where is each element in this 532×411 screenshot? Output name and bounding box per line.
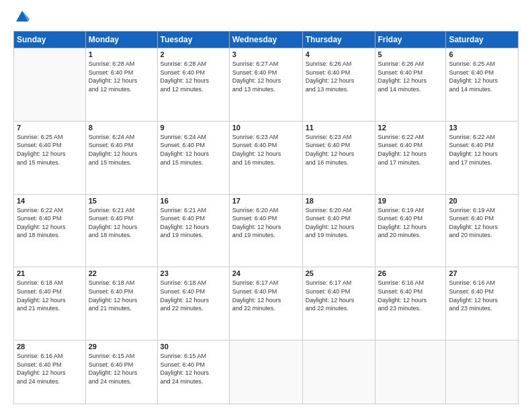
- day-cell: 25Sunrise: 6:17 AM Sunset: 6:40 PM Dayli…: [302, 267, 375, 340]
- day-cell: 19Sunrise: 6:19 AM Sunset: 6:40 PM Dayli…: [375, 194, 446, 267]
- day-number: 5: [378, 50, 443, 58]
- day-info: Sunrise: 6:25 AM Sunset: 6:40 PM Dayligh…: [449, 60, 515, 93]
- day-info: Sunrise: 6:20 AM Sunset: 6:40 PM Dayligh…: [232, 206, 300, 240]
- day-cell: 9Sunrise: 6:24 AM Sunset: 6:40 PM Daylig…: [157, 121, 229, 194]
- day-info: Sunrise: 6:20 AM Sunset: 6:40 PM Dayligh…: [306, 206, 372, 240]
- day-cell: 11Sunrise: 6:23 AM Sunset: 6:40 PM Dayli…: [302, 121, 375, 194]
- col-header-friday: Friday: [375, 32, 446, 48]
- day-info: Sunrise: 6:17 AM Sunset: 6:40 PM Dayligh…: [306, 279, 372, 312]
- day-number: 27: [449, 269, 515, 277]
- day-info: Sunrise: 6:25 AM Sunset: 6:40 PM Dayligh…: [17, 133, 83, 167]
- day-number: 16: [161, 197, 226, 205]
- day-info: Sunrise: 6:19 AM Sunset: 6:40 PM Dayligh…: [449, 206, 515, 240]
- day-cell: 14Sunrise: 6:22 AM Sunset: 6:40 PM Dayli…: [14, 194, 86, 267]
- week-row-3: 14Sunrise: 6:22 AM Sunset: 6:40 PM Dayli…: [14, 194, 519, 267]
- day-number: 29: [89, 342, 154, 351]
- week-row-5: 28Sunrise: 6:16 AM Sunset: 6:40 PM Dayli…: [14, 340, 519, 404]
- day-number: 26: [378, 269, 443, 277]
- col-header-thursday: Thursday: [302, 32, 375, 48]
- day-info: Sunrise: 6:21 AM Sunset: 6:40 PM Dayligh…: [161, 206, 226, 240]
- day-cell: [229, 340, 302, 404]
- day-number: 11: [306, 124, 372, 132]
- header: [13, 12, 519, 24]
- day-info: Sunrise: 6:19 AM Sunset: 6:40 PM Dayligh…: [378, 206, 443, 240]
- day-cell: 12Sunrise: 6:22 AM Sunset: 6:40 PM Dayli…: [375, 121, 446, 194]
- day-number: 17: [232, 197, 300, 205]
- day-cell: 18Sunrise: 6:20 AM Sunset: 6:40 PM Dayli…: [302, 194, 375, 267]
- day-number: 6: [449, 50, 515, 58]
- day-number: 8: [89, 124, 154, 132]
- day-number: 28: [17, 342, 83, 351]
- day-cell: 7Sunrise: 6:25 AM Sunset: 6:40 PM Daylig…: [14, 121, 86, 194]
- day-info: Sunrise: 6:23 AM Sunset: 6:40 PM Dayligh…: [232, 133, 300, 167]
- day-info: Sunrise: 6:18 AM Sunset: 6:40 PM Dayligh…: [89, 279, 154, 312]
- col-header-monday: Monday: [85, 32, 157, 48]
- day-info: Sunrise: 6:23 AM Sunset: 6:40 PM Dayligh…: [306, 133, 372, 167]
- day-number: 20: [449, 197, 515, 205]
- day-cell: 4Sunrise: 6:26 AM Sunset: 6:40 PM Daylig…: [302, 48, 375, 122]
- day-cell: 17Sunrise: 6:20 AM Sunset: 6:40 PM Dayli…: [229, 194, 302, 267]
- day-number: 14: [17, 197, 83, 205]
- day-cell: [375, 340, 446, 404]
- day-info: Sunrise: 6:26 AM Sunset: 6:40 PM Dayligh…: [378, 60, 443, 93]
- day-number: 10: [232, 124, 300, 132]
- day-cell: 29Sunrise: 6:15 AM Sunset: 6:40 PM Dayli…: [85, 340, 157, 404]
- col-header-sunday: Sunday: [14, 32, 86, 48]
- day-info: Sunrise: 6:15 AM Sunset: 6:40 PM Dayligh…: [89, 352, 154, 385]
- day-cell: 30Sunrise: 6:15 AM Sunset: 6:40 PM Dayli…: [157, 340, 229, 404]
- day-cell: 20Sunrise: 6:19 AM Sunset: 6:40 PM Dayli…: [446, 194, 519, 267]
- day-number: 25: [306, 269, 372, 277]
- logo-icon: [15, 9, 30, 24]
- day-number: 18: [306, 197, 372, 205]
- day-cell: 2Sunrise: 6:28 AM Sunset: 6:40 PM Daylig…: [157, 48, 229, 122]
- day-number: 15: [89, 197, 154, 205]
- day-info: Sunrise: 6:27 AM Sunset: 6:40 PM Dayligh…: [232, 60, 300, 93]
- day-cell: 24Sunrise: 6:17 AM Sunset: 6:40 PM Dayli…: [229, 267, 302, 340]
- day-number: 13: [449, 124, 515, 132]
- day-cell: 15Sunrise: 6:21 AM Sunset: 6:40 PM Dayli…: [85, 194, 157, 267]
- day-cell: [446, 340, 519, 404]
- day-cell: 5Sunrise: 6:26 AM Sunset: 6:40 PM Daylig…: [375, 48, 446, 122]
- day-info: Sunrise: 6:15 AM Sunset: 6:40 PM Dayligh…: [161, 352, 226, 385]
- day-info: Sunrise: 6:18 AM Sunset: 6:40 PM Dayligh…: [161, 279, 226, 312]
- day-info: Sunrise: 6:22 AM Sunset: 6:40 PM Dayligh…: [17, 206, 83, 240]
- calendar-table: SundayMondayTuesdayWednesdayThursdayFrid…: [13, 31, 519, 404]
- day-cell: 28Sunrise: 6:16 AM Sunset: 6:40 PM Dayli…: [14, 340, 86, 404]
- day-number: 23: [161, 269, 226, 277]
- day-number: 4: [306, 50, 372, 58]
- day-info: Sunrise: 6:21 AM Sunset: 6:40 PM Dayligh…: [89, 206, 154, 240]
- col-header-saturday: Saturday: [446, 32, 519, 48]
- day-number: 3: [232, 50, 300, 58]
- day-cell: 13Sunrise: 6:22 AM Sunset: 6:40 PM Dayli…: [446, 121, 519, 194]
- day-info: Sunrise: 6:24 AM Sunset: 6:40 PM Dayligh…: [89, 133, 154, 167]
- day-cell: [14, 48, 86, 122]
- day-number: 7: [17, 124, 83, 132]
- day-cell: 26Sunrise: 6:16 AM Sunset: 6:40 PM Dayli…: [375, 267, 446, 340]
- day-cell: 1Sunrise: 6:28 AM Sunset: 6:40 PM Daylig…: [85, 48, 157, 122]
- page: SundayMondayTuesdayWednesdayThursdayFrid…: [0, 0, 532, 411]
- day-info: Sunrise: 6:26 AM Sunset: 6:40 PM Dayligh…: [306, 60, 372, 93]
- day-cell: 21Sunrise: 6:18 AM Sunset: 6:40 PM Dayli…: [14, 267, 86, 340]
- week-row-1: 1Sunrise: 6:28 AM Sunset: 6:40 PM Daylig…: [14, 48, 519, 122]
- header-row: SundayMondayTuesdayWednesdayThursdayFrid…: [14, 32, 519, 48]
- day-number: 21: [17, 269, 83, 277]
- day-number: 19: [378, 197, 443, 205]
- day-number: 30: [161, 342, 226, 351]
- day-info: Sunrise: 6:24 AM Sunset: 6:40 PM Dayligh…: [161, 133, 226, 167]
- day-cell: 16Sunrise: 6:21 AM Sunset: 6:40 PM Dayli…: [157, 194, 229, 267]
- day-number: 9: [161, 124, 226, 132]
- day-cell: [302, 340, 375, 404]
- day-info: Sunrise: 6:16 AM Sunset: 6:40 PM Dayligh…: [449, 279, 515, 312]
- day-number: 24: [232, 269, 300, 277]
- day-info: Sunrise: 6:22 AM Sunset: 6:40 PM Dayligh…: [449, 133, 515, 167]
- day-cell: 22Sunrise: 6:18 AM Sunset: 6:40 PM Dayli…: [85, 267, 157, 340]
- day-info: Sunrise: 6:22 AM Sunset: 6:40 PM Dayligh…: [378, 133, 443, 167]
- day-info: Sunrise: 6:18 AM Sunset: 6:40 PM Dayligh…: [17, 279, 83, 312]
- day-cell: 10Sunrise: 6:23 AM Sunset: 6:40 PM Dayli…: [229, 121, 302, 194]
- week-row-2: 7Sunrise: 6:25 AM Sunset: 6:40 PM Daylig…: [14, 121, 519, 194]
- col-header-wednesday: Wednesday: [229, 32, 302, 48]
- day-info: Sunrise: 6:28 AM Sunset: 6:40 PM Dayligh…: [161, 60, 226, 93]
- day-number: 2: [161, 50, 226, 58]
- day-number: 12: [378, 124, 443, 132]
- day-cell: 23Sunrise: 6:18 AM Sunset: 6:40 PM Dayli…: [157, 267, 229, 340]
